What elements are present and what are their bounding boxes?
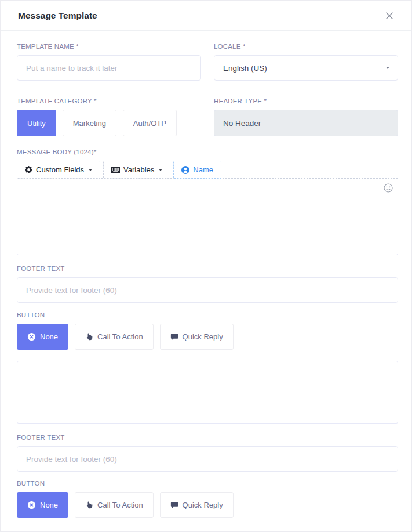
- category-button-utility[interactable]: Utility: [17, 110, 56, 136]
- custom-fields-button[interactable]: Custom Fields: [17, 161, 100, 179]
- button-type-call-to-action[interactable]: Call To Action: [75, 492, 154, 518]
- button-label: BUTTON: [17, 480, 398, 487]
- variables-button[interactable]: Variables: [103, 161, 170, 179]
- speech-bubble-icon: [170, 501, 178, 509]
- smiley-icon: [384, 184, 393, 194]
- modal-title: Message Template: [18, 10, 97, 21]
- button-type-none-label: None: [40, 332, 58, 341]
- name-button[interactable]: Name: [173, 161, 221, 179]
- hand-pointer-icon: [85, 332, 93, 341]
- button-type-group: None Call To Action Quick Reply: [17, 324, 398, 350]
- button-type-cta-label: Call To Action: [97, 332, 143, 341]
- locale-selected-value: English (US): [223, 64, 267, 73]
- message-body-label: MESSAGE BODY (1024)*: [17, 149, 398, 155]
- footer-text-input[interactable]: [17, 446, 398, 472]
- button-type-call-to-action[interactable]: Call To Action: [75, 324, 154, 350]
- gear-icon: [25, 166, 32, 173]
- person-icon: [181, 166, 189, 174]
- emoji-button[interactable]: [384, 183, 393, 193]
- template-name-label: TEMPLATE NAME *: [17, 43, 201, 50]
- second-message-textarea[interactable]: [17, 361, 398, 424]
- speech-bubble-icon: [170, 333, 178, 341]
- modal-body: TEMPLATE NAME * LOCALE * English (US) TE…: [1, 31, 411, 518]
- button-type-none[interactable]: None: [17, 324, 68, 350]
- button-type-quick-reply[interactable]: Quick Reply: [160, 324, 234, 350]
- header-type-input: No Header: [214, 110, 398, 136]
- locale-select[interactable]: English (US): [214, 55, 398, 81]
- circle-x-icon: [27, 332, 36, 341]
- button-type-quick-reply-label: Quick Reply: [183, 332, 223, 341]
- button-type-cta-label: Call To Action: [97, 501, 143, 509]
- button-type-none[interactable]: None: [17, 492, 68, 518]
- template-category-group: Utility Marketing Auth/OTP: [17, 110, 201, 136]
- hand-pointer-icon: [85, 501, 93, 509]
- button-type-none-label: None: [40, 501, 58, 509]
- caret-down-icon: [386, 67, 389, 69]
- button-type-group: None Call To Action Quick Reply: [17, 492, 398, 518]
- category-button-auth-otp[interactable]: Auth/OTP: [123, 110, 177, 136]
- circle-x-icon: [27, 501, 36, 509]
- footer-text-input[interactable]: [17, 277, 398, 303]
- keyboard-icon: [111, 167, 120, 173]
- custom-fields-label: Custom Fields: [36, 165, 84, 174]
- button-label: BUTTON: [17, 312, 398, 319]
- close-button[interactable]: [382, 9, 396, 23]
- header-type-label: HEADER TYPE *: [214, 97, 398, 104]
- button-type-quick-reply-label: Quick Reply: [183, 501, 223, 509]
- modal-header: Message Template: [1, 1, 411, 31]
- template-category-label: TEMPLATE CATEGORY *: [17, 97, 201, 104]
- locale-label: LOCALE *: [214, 43, 398, 50]
- message-body-toolbar: Custom Fields Variables Name: [17, 161, 398, 179]
- caret-down-icon: [89, 169, 92, 171]
- caret-down-icon: [159, 169, 162, 171]
- footer-text-label: FOOTER TEXT: [17, 434, 398, 441]
- name-label: Name: [193, 165, 213, 174]
- variables-label: Variables: [123, 165, 154, 174]
- template-name-input[interactable]: [17, 55, 201, 81]
- footer-text-label: FOOTER TEXT: [17, 265, 398, 272]
- header-type-value: No Header: [223, 119, 261, 128]
- close-icon: [385, 12, 394, 22]
- button-type-quick-reply[interactable]: Quick Reply: [160, 492, 234, 518]
- category-button-marketing[interactable]: Marketing: [63, 110, 116, 136]
- message-body-textarea[interactable]: [17, 179, 398, 255]
